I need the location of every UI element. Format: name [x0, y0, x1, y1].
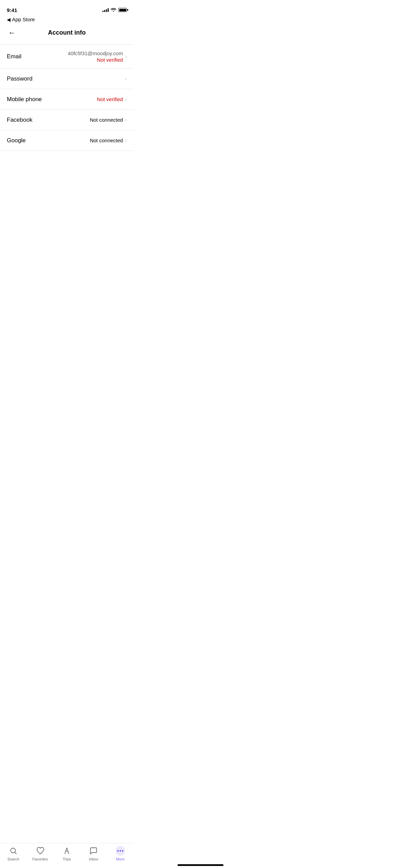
app-store-back-arrow: ◀ — [7, 17, 11, 22]
status-bar: 9:41 — [0, 0, 134, 15]
status-time: 9:41 — [7, 7, 17, 13]
mobile-phone-chevron-icon: › — [125, 96, 127, 103]
app-store-nav[interactable]: ◀ App Store — [0, 15, 134, 25]
password-right: › — [125, 76, 127, 82]
password-chevron-icon: › — [125, 76, 127, 82]
email-chevron-icon: › — [125, 53, 127, 60]
email-value-block: 40fc5f31@moodjoy.com Not verified — [68, 50, 123, 63]
facebook-row[interactable]: Facebook Not connected › — [0, 110, 134, 130]
account-info-list: Email 40fc5f31@moodjoy.com Not verified … — [0, 45, 134, 151]
facebook-status: Not connected — [90, 117, 123, 123]
google-label: Google — [7, 137, 26, 144]
signal-icon — [102, 8, 109, 12]
google-row[interactable]: Google Not connected › — [0, 130, 134, 151]
email-row[interactable]: Email 40fc5f31@moodjoy.com Not verified … — [0, 45, 134, 69]
email-verification-status: Not verified — [97, 57, 123, 63]
google-right: Not connected › — [90, 137, 127, 144]
back-button[interactable]: ← — [7, 27, 17, 39]
mobile-phone-label: Mobile phone — [7, 96, 42, 103]
email-right: 40fc5f31@moodjoy.com Not verified › — [68, 50, 127, 63]
mobile-phone-row[interactable]: Mobile phone Not verified › — [0, 89, 134, 110]
mobile-phone-status: Not verified — [97, 96, 123, 102]
app-store-label: App Store — [12, 16, 35, 22]
wifi-icon — [111, 8, 116, 12]
battery-icon — [118, 8, 127, 12]
facebook-chevron-icon: › — [125, 117, 127, 123]
facebook-label: Facebook — [7, 117, 33, 123]
google-status: Not connected — [90, 137, 123, 143]
facebook-right: Not connected › — [90, 117, 127, 123]
password-label: Password — [7, 75, 33, 82]
page-title: Account info — [48, 29, 86, 36]
email-label: Email — [7, 53, 22, 60]
password-row[interactable]: Password › — [0, 69, 134, 89]
app-store-back-button[interactable]: ◀ App Store — [7, 16, 35, 22]
status-icons — [102, 8, 127, 12]
email-value: 40fc5f31@moodjoy.com — [68, 50, 123, 56]
google-chevron-icon: › — [125, 137, 127, 144]
mobile-phone-right: Not verified › — [97, 96, 127, 103]
page-header: ← Account info — [0, 25, 134, 42]
